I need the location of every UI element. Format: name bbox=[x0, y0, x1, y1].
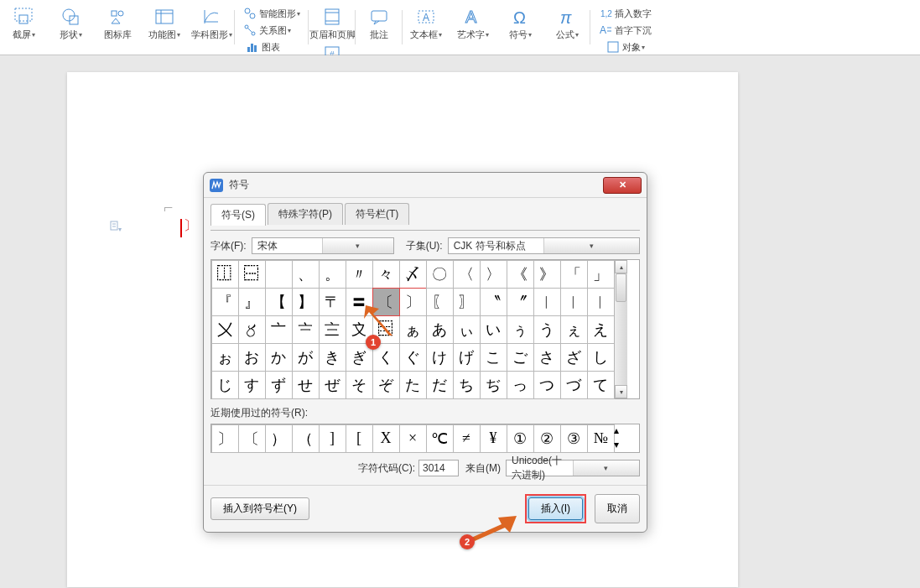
symbol-cell[interactable]: 〤 bbox=[211, 315, 239, 344]
paragraph-options-icon[interactable]: ▾ bbox=[109, 220, 122, 236]
symbol-cell[interactable]: 〕 bbox=[399, 288, 427, 316]
textbox-button[interactable]: A 文本框▾ bbox=[408, 5, 444, 43]
symbol-cell[interactable]: 〨 bbox=[319, 315, 346, 344]
symbol-cell[interactable]: け bbox=[426, 343, 454, 372]
symbol-cell[interactable]: ず bbox=[265, 371, 293, 399]
symbol-cell[interactable]: せ bbox=[292, 371, 320, 399]
symbol-cell[interactable]: げ bbox=[453, 343, 481, 372]
symbol-cell[interactable]: ご bbox=[507, 343, 534, 372]
header-footer-button[interactable]: 页眉和页脚 bbox=[314, 5, 351, 43]
symbol-cell[interactable]: 〝 bbox=[480, 288, 507, 316]
scroll-up-button[interactable]: ▴ bbox=[615, 260, 627, 273]
symbol-cell[interactable]: 「 bbox=[560, 260, 588, 289]
symbol-cell[interactable]: ち bbox=[453, 371, 481, 399]
drop-cap-button[interactable]: A首字下沉 bbox=[595, 22, 655, 39]
symbol-cell[interactable]: つ bbox=[533, 371, 561, 399]
recent-symbol-cell[interactable]: ） bbox=[265, 424, 293, 453]
recent-symbol-cell[interactable]: [ bbox=[346, 424, 373, 453]
comment-button[interactable]: 批注 bbox=[361, 5, 398, 43]
symbol-cell[interactable]: い bbox=[480, 315, 507, 344]
font-combobox[interactable]: 宋体▾ bbox=[252, 237, 394, 254]
recent-symbol-cell[interactable]: ② bbox=[533, 424, 561, 453]
symbol-cell[interactable]: 》 bbox=[533, 260, 561, 289]
recent-symbol-cell[interactable]: ① bbox=[507, 424, 534, 453]
recent-symbol-cell[interactable]: ] bbox=[319, 424, 346, 453]
symbol-cell[interactable]: あ bbox=[426, 315, 454, 344]
symbol-cell[interactable]: ぉ bbox=[211, 343, 239, 372]
symbol-cell[interactable]: ︱ bbox=[533, 288, 561, 316]
symbol-cell[interactable]: 〈 bbox=[453, 260, 481, 289]
object-button[interactable]: 对象▾ bbox=[603, 39, 648, 55]
subset-combobox[interactable]: CJK 符号和标点▾ bbox=[448, 237, 640, 254]
symbol-cell[interactable]: か bbox=[265, 343, 293, 372]
insert-to-bar-button[interactable]: 插入到符号栏(Y) bbox=[211, 497, 309, 520]
symbol-cell[interactable]: だ bbox=[426, 371, 454, 399]
symbol-cell[interactable]: お bbox=[238, 343, 266, 372]
symbol-cell[interactable]: 〇 bbox=[426, 260, 454, 289]
recent-scroll-up[interactable]: ▴ bbox=[614, 424, 627, 439]
symbol-cell[interactable]: ぜ bbox=[319, 371, 346, 399]
symbol-cell[interactable]: 〒 bbox=[319, 288, 346, 316]
symbol-cell[interactable]: が bbox=[292, 343, 320, 372]
symbol-cell[interactable]: ぞ bbox=[372, 371, 400, 399]
symbol-cell[interactable]: 〥 bbox=[238, 315, 266, 344]
symbol-cell[interactable]: 〦 bbox=[265, 315, 293, 344]
close-button[interactable]: ✕ bbox=[603, 177, 642, 194]
from-combobox[interactable]: Unicode(十六进制)▾ bbox=[506, 460, 640, 476]
recent-scroll-down[interactable]: ▾ bbox=[614, 439, 627, 453]
icon-library-button[interactable]: 图标库 bbox=[99, 5, 136, 43]
recent-symbol-cell[interactable]: ≠ bbox=[453, 424, 481, 453]
symbol-cell[interactable]: き bbox=[319, 343, 346, 372]
symbol-cell[interactable]: 。 bbox=[319, 260, 346, 289]
recent-symbol-cell[interactable]: 〕 bbox=[211, 424, 239, 453]
symbol-cell[interactable]: 【 bbox=[265, 288, 293, 316]
relation-button[interactable]: 关系图▾ bbox=[240, 22, 304, 39]
recent-symbol-cell[interactable]: № bbox=[587, 424, 615, 453]
chart-button[interactable]: 图表 bbox=[242, 39, 302, 55]
insert-number-button[interactable]: 1,2插入数字 bbox=[595, 5, 655, 22]
symbol-cell[interactable]: ぃ bbox=[453, 315, 481, 344]
symbol-cell[interactable]: す bbox=[238, 371, 266, 399]
symbol-cell[interactable]: 〃 bbox=[346, 260, 373, 289]
symbol-cell[interactable]: こ bbox=[480, 343, 507, 372]
wordart-button[interactable]: A 艺术字▾ bbox=[455, 5, 491, 43]
recent-symbol-cell[interactable]: ③ bbox=[560, 424, 588, 453]
symbol-cell[interactable]: づ bbox=[560, 371, 588, 399]
symbol-button[interactable]: Ω 符号▾ bbox=[502, 5, 538, 43]
cancel-button[interactable]: 取消 bbox=[595, 494, 640, 523]
symbol-cell[interactable]: ぅ bbox=[507, 315, 534, 344]
recent-symbol-cell[interactable]: 〔 bbox=[238, 424, 266, 453]
subject-chart-button[interactable]: 学科图形▾ bbox=[193, 5, 230, 43]
scroll-thumb[interactable] bbox=[616, 273, 626, 302]
tab-symbol-bar[interactable]: 符号栏(T) bbox=[345, 203, 409, 225]
symbol-cell[interactable]: そ bbox=[346, 371, 373, 399]
symbol-cell[interactable]: っ bbox=[507, 371, 534, 399]
scroll-down-button[interactable]: ▾ bbox=[615, 385, 627, 398]
symbol-cell[interactable]: ぁ bbox=[399, 315, 427, 344]
shapes-button[interactable]: 形状▾ bbox=[52, 5, 89, 43]
symbol-cell[interactable]: ぐ bbox=[399, 343, 427, 372]
symbol-cell[interactable]: 」 bbox=[587, 260, 615, 289]
symbol-cell[interactable]: う bbox=[533, 315, 561, 344]
symbol-cell[interactable]: 』 bbox=[238, 288, 266, 316]
symbol-cell[interactable]: さ bbox=[533, 343, 561, 372]
symbol-cell[interactable]: 】 bbox=[292, 288, 320, 316]
symbol-cell[interactable]: 、 bbox=[292, 260, 320, 289]
symbol-cell[interactable]: 〖 bbox=[426, 288, 454, 316]
symbol-cell[interactable]: ぇ bbox=[560, 315, 588, 344]
formula-button[interactable]: π 公式▾ bbox=[548, 5, 585, 43]
symbol-cell[interactable]: 『 bbox=[211, 288, 239, 316]
symbol-cell[interactable]: 〗 bbox=[453, 288, 481, 316]
recent-symbol-cell[interactable]: ¥ bbox=[480, 424, 507, 453]
recent-symbol-cell[interactable]: ℃ bbox=[426, 424, 454, 453]
grid-scrollbar[interactable]: ▴ ▾ bbox=[614, 260, 627, 398]
function-chart-button[interactable]: 功能图▾ bbox=[146, 5, 183, 43]
dialog-titlebar[interactable]: 符号 ✕ bbox=[204, 173, 647, 198]
symbol-cell[interactable]: 〧 bbox=[292, 315, 320, 344]
symbol-cell[interactable]: 々 bbox=[372, 260, 400, 289]
smart-shape-button[interactable]: 智能图形▾ bbox=[240, 5, 304, 22]
tab-symbols[interactable]: 符号(S) bbox=[211, 204, 266, 226]
symbol-cell[interactable]: ぢ bbox=[480, 371, 507, 399]
symbol-cell[interactable]: て bbox=[587, 371, 615, 399]
recent-symbol-cell[interactable]: （ bbox=[292, 424, 320, 453]
